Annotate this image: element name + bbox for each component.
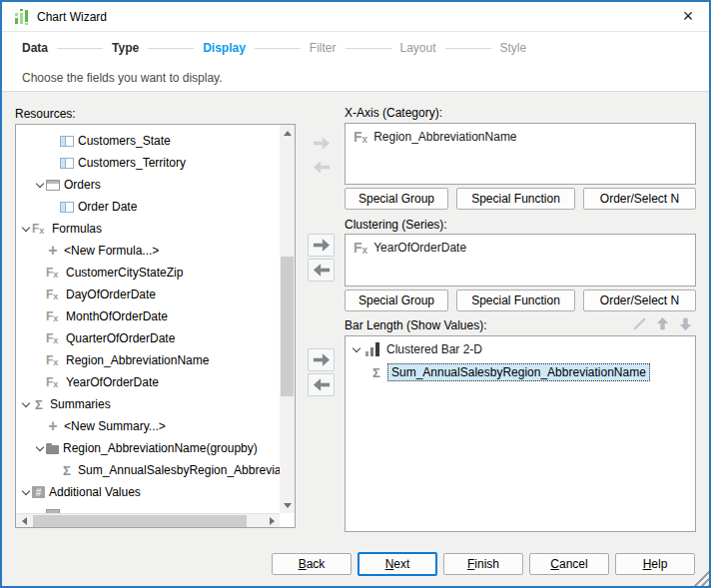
fx-icon: Fx — [46, 331, 62, 345]
xaxis-field-list: Fx Region_AbbreviationName — [345, 123, 696, 185]
wizard-steps: Data Type Display Filter Layout Style — [2, 32, 709, 64]
add-to-barlength-button[interactable] — [308, 348, 335, 371]
chevron-down-icon[interactable] — [34, 184, 46, 187]
tree-item[interactable]: Order Date — [16, 197, 280, 217]
chart-type-node[interactable]: Clustered Bar 2-D — [351, 342, 482, 356]
chevron-down-icon[interactable] — [34, 447, 46, 450]
fx-icon: Fx — [46, 309, 62, 323]
fx-icon: Fx — [46, 266, 62, 280]
tree-item-label: Sum_AnnualSalesbyRegion_AbbreviationNa — [78, 463, 280, 477]
tree-item-label: MonthOfOrderDate — [66, 309, 168, 323]
fx-icon: Fx — [32, 222, 48, 236]
barlength-tree: Clustered Bar 2-D Σ Sum_AnnualSalesbyReg… — [345, 335, 696, 532]
chevron-down-icon[interactable] — [20, 228, 32, 231]
chevron-down-icon[interactable] — [20, 403, 32, 406]
resources-label: Resources: — [15, 107, 76, 121]
scroll-up-icon[interactable] — [280, 125, 295, 141]
tree-item[interactable]: FxMonthOfOrderDate — [16, 306, 280, 326]
tree-item-label: Customers_State — [78, 134, 171, 148]
clustering-order-select-button[interactable]: Order/Select N — [583, 290, 696, 311]
plus-icon: + — [46, 417, 60, 435]
tree-item-label: Region_AbbreviationName(groupby) — [63, 441, 258, 455]
tree-item[interactable]: FxFormulas — [16, 219, 280, 239]
tree-item[interactable]: FxQuarterOfOrderDate — [16, 328, 280, 348]
tree-item[interactable]: FxYearOfOrderDate — [16, 372, 280, 392]
xaxis-special-group-button[interactable]: Special Group — [345, 188, 448, 210]
tree-item-label: Orders — [64, 178, 101, 192]
tree-item-label: <New Formula...> — [64, 244, 159, 258]
step-connector — [445, 48, 491, 49]
column-icon — [60, 202, 74, 213]
remove-from-clustering-button[interactable] — [308, 259, 335, 282]
subtitle-row: Choose the fields you want to display. — [2, 64, 709, 92]
clustering-field-name: YearOfOrderDate — [373, 241, 466, 255]
tree-item[interactable]: #Additional Values — [16, 482, 280, 502]
clustering-label: Clustering (Series): — [345, 218, 447, 232]
close-icon[interactable]: × — [677, 6, 699, 28]
folder-icon — [46, 445, 59, 454]
tree-item-label: DayOfOrderDate — [66, 288, 156, 301]
chart-wizard-dialog: Chart Wizard × Data Type Display Filter … — [0, 0, 711, 588]
scrollbar-thumb[interactable] — [33, 515, 247, 527]
clustering-field-item[interactable]: Fx YearOfOrderDate — [354, 240, 466, 256]
tree-item[interactable]: FxCustomerCityStateZip — [16, 263, 280, 283]
step-connector — [57, 48, 103, 49]
tree-item[interactable]: ΣSum_AnnualSalesbyRegion_AbbreviationNa — [16, 460, 280, 480]
scroll-down-icon[interactable] — [280, 497, 295, 513]
barlength-value-node[interactable]: Σ Sum_AnnualSalesbyRegion_AbbreviationNa… — [369, 363, 650, 381]
tree-item-label: QuarterOfOrderDate — [66, 331, 175, 345]
step-display[interactable]: Display — [203, 41, 246, 55]
clustering-special-function-button[interactable]: Special Function — [456, 290, 575, 311]
tree-item-label: Additional Values — [49, 485, 141, 499]
xaxis-special-function-button[interactable]: Special Function — [456, 188, 575, 210]
sigma-icon: Σ — [32, 397, 46, 412]
chevron-down-icon[interactable] — [20, 491, 32, 494]
fx-icon: Fx — [46, 288, 62, 301]
tree-item[interactable]: FxDayOfOrderDate — [16, 285, 280, 304]
chart-type-label: Clustered Bar 2-D — [386, 342, 482, 356]
step-type[interactable]: Type — [112, 41, 139, 55]
tree-item[interactable]: Orders — [16, 175, 280, 195]
chevron-down-icon[interactable] — [351, 348, 362, 351]
formula-icon: Fx — [354, 129, 367, 145]
tree-item[interactable]: +<New Summary...> — [16, 416, 280, 436]
scroll-right-icon[interactable] — [264, 514, 280, 528]
step-filter[interactable]: Filter — [310, 41, 337, 55]
tree-item[interactable]: Customers_State — [16, 131, 280, 151]
horizontal-scrollbar[interactable] — [16, 513, 280, 527]
remove-from-xaxis-button — [308, 156, 335, 179]
cancel-button[interactable]: Cancel — [529, 553, 609, 575]
tree-item[interactable]: ΣSummaries — [16, 394, 280, 414]
clustering-special-group-button[interactable]: Special Group — [345, 290, 448, 311]
xaxis-label: X-Axis (Category): — [345, 106, 442, 120]
tree-item-label: <New Summary...> — [64, 419, 166, 433]
step-layout[interactable]: Layout — [400, 41, 436, 55]
column-icon — [60, 158, 74, 169]
selected-summary-value[interactable]: Sum_AnnualSalesbyRegion_AbbreviationName — [387, 363, 650, 381]
help-button[interactable]: Help — [615, 553, 695, 575]
xaxis-field-item[interactable]: Fx Region_AbbreviationName — [354, 129, 517, 145]
window-title: Chart Wizard — [37, 10, 107, 24]
xaxis-order-select-button[interactable]: Order/Select N — [583, 188, 696, 210]
finish-button[interactable]: Finish — [443, 553, 523, 575]
tree-item[interactable]: Customers_Territory — [16, 153, 280, 173]
tree-item[interactable]: Region_AbbreviationName(groupby) — [16, 438, 280, 458]
edit-icon — [631, 315, 648, 332]
fx-icon: Fx — [46, 375, 62, 389]
remove-from-barlength-button[interactable] — [308, 373, 335, 396]
vertical-scrollbar[interactable] — [280, 125, 295, 513]
add-to-xaxis-button — [308, 132, 335, 155]
scroll-left-icon[interactable] — [16, 514, 32, 528]
tree-item[interactable]: +<New Formula...> — [16, 241, 280, 261]
step-data[interactable]: Data — [22, 41, 48, 55]
xaxis-field-name: Region_AbbreviationName — [373, 130, 516, 144]
formula-icon: Fx — [354, 240, 367, 256]
add-to-clustering-button[interactable] — [308, 234, 335, 257]
sigma-icon: Σ — [369, 365, 383, 380]
tree-item[interactable]: FxRegion_AbbreviationName — [16, 350, 280, 370]
step-style[interactable]: Style — [500, 41, 527, 55]
next-button[interactable]: Next — [357, 552, 437, 576]
scrollbar-thumb[interactable] — [281, 257, 294, 396]
back-button[interactable]: Back — [272, 553, 352, 575]
fx-icon: Fx — [46, 353, 62, 367]
